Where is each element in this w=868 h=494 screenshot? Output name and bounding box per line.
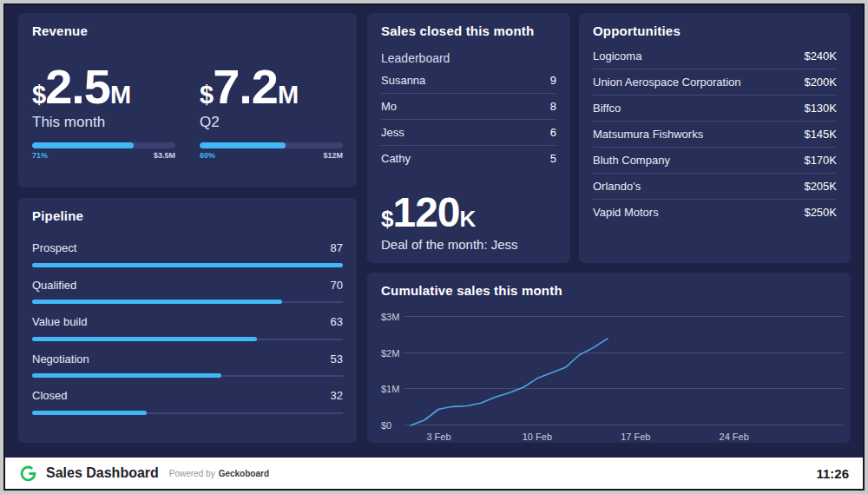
- leaderboard-score: 9: [550, 74, 556, 87]
- currency-symbol: $: [200, 81, 213, 109]
- metric-label: Q2: [200, 114, 343, 131]
- pipeline-bar-track: [32, 337, 343, 341]
- pipeline-bar: [32, 411, 147, 415]
- deal-unit: K: [460, 206, 476, 232]
- progress-labels: 71% $3.5M: [32, 152, 175, 160]
- panel-revenue: Revenue $2.5M This month 71% $3.5M $7.2M…: [18, 13, 357, 188]
- pipeline-stage-label: Qualified: [32, 279, 76, 293]
- pipeline-stage-value: 87: [331, 241, 343, 255]
- leaderboard-name: Cathy: [381, 152, 411, 165]
- leaderboard-score: 5: [550, 152, 556, 165]
- panel-opportunities: Opportunities Logicoma$240K Union Aerosp…: [579, 13, 851, 263]
- x-axis-label: 3 Feb: [426, 432, 450, 442]
- progress-bar: [32, 142, 175, 148]
- opportunity-row: Biffco$130K: [593, 96, 837, 122]
- goal-label: $3.5M: [154, 152, 175, 160]
- currency-symbol: $: [32, 81, 45, 109]
- pipeline-bar-track: [32, 411, 343, 415]
- opportunity-amount: $170K: [804, 154, 837, 167]
- opportunity-amount: $200K: [804, 76, 837, 89]
- metric-unit: M: [278, 81, 298, 109]
- cumulative-chart: $3M $2M $1M $0 3 Feb 10 Feb 17 Feb 24 Fe…: [404, 317, 844, 425]
- revenue-q2-number: $7.2M: [200, 63, 343, 111]
- leaderboard-rows: Susanna9 Mo8 Jess6 Cathy5: [381, 68, 556, 171]
- powered-by-label: Powered by: [169, 469, 215, 478]
- pipeline-bar-track: [32, 373, 343, 378]
- cumulative-line: [411, 339, 608, 425]
- percent-label: 71%: [32, 152, 48, 160]
- pipeline-bar: [32, 337, 257, 341]
- progress-fill: [32, 142, 134, 148]
- pipeline-stage-label: Negotiation: [32, 352, 89, 366]
- pipeline-rows: Prospect87 Qualified70 Value build63 Neg…: [32, 230, 343, 415]
- opportunity-row: Bluth Company$170K: [593, 148, 837, 174]
- deal-of-month-label: Deal of the month: Jess: [381, 237, 556, 252]
- pipeline-bar: [32, 300, 282, 304]
- x-axis-label: 10 Feb: [523, 432, 552, 442]
- geckoboard-brand-label: Geckoboard: [219, 469, 269, 478]
- opportunity-name: Orlando's: [593, 180, 641, 193]
- progress-labels: 60% $12M: [200, 152, 343, 160]
- pipeline-stage-label: Prospect: [32, 241, 76, 255]
- revenue-metric-this-month: $2.5M This month 71% $3.5M: [32, 63, 175, 160]
- pipeline-stage-value: 32: [331, 389, 343, 403]
- opportunity-name: Biffco: [593, 102, 621, 115]
- panel-sales-closed: Sales closed this month Leaderboard Susa…: [367, 13, 570, 263]
- revenue-metric-q2: $7.2M Q2 60% $12M: [200, 63, 343, 160]
- y-axis-label: $1M: [381, 385, 399, 394]
- pipeline-stage-label: Closed: [32, 389, 67, 403]
- goal-label: $12M: [323, 152, 343, 160]
- metric-value: 2.5: [45, 59, 110, 114]
- footer-bar: Sales Dashboard Powered by Geckoboard 11…: [5, 458, 863, 489]
- leaderboard-subtitle: Leaderboard: [381, 51, 556, 65]
- leaderboard-name: Jess: [381, 126, 404, 139]
- leaderboard-name: Mo: [381, 100, 397, 113]
- opportunity-name: Vapid Motors: [593, 206, 659, 219]
- panel-pipeline: Pipeline Prospect87 Qualified70 Value bu…: [18, 198, 357, 443]
- progress-bar: [200, 142, 343, 148]
- geckoboard-logo-icon: [19, 464, 37, 483]
- leaderboard-score: 6: [550, 126, 556, 139]
- opportunities-title: Opportunities: [593, 23, 837, 38]
- leaderboard-score: 8: [550, 100, 556, 113]
- y-axis-label: $3M: [381, 313, 399, 322]
- opportunity-row: Orlando's$205K: [593, 174, 837, 200]
- opportunity-name: Union Aerospace Corporation: [593, 76, 741, 89]
- pipeline-bar-track: [32, 300, 343, 304]
- revenue-this-month-number: $2.5M: [32, 63, 175, 111]
- opportunity-name: Matsumura Fishworks: [593, 128, 703, 141]
- opportunity-row: Union Aerospace Corporation$200K: [593, 69, 837, 96]
- sales-closed-title: Sales closed this month: [381, 23, 556, 38]
- pipeline-stage-value: 63: [331, 315, 343, 329]
- opportunity-amount: $130K: [804, 102, 837, 115]
- pipeline-stage-label: Value build: [32, 315, 87, 329]
- opportunity-amount: $240K: [804, 49, 837, 63]
- opportunity-row: Logicoma$240K: [593, 43, 837, 69]
- pipeline-stage-value: 53: [331, 352, 343, 366]
- leaderboard-row: Susanna9: [381, 68, 556, 94]
- pipeline-title: Pipeline: [32, 208, 343, 223]
- clock: 11:26: [816, 466, 849, 481]
- x-axis-label: 17 Feb: [621, 432, 650, 442]
- pipeline-row: Qualified70: [32, 267, 343, 305]
- dashboard-title: Sales Dashboard: [46, 465, 159, 481]
- leaderboard-row: Jess6: [381, 120, 556, 146]
- deal-of-month: $120K Deal of the month: Jess: [381, 192, 556, 252]
- opportunity-name: Logicoma: [593, 49, 641, 63]
- percent-label: 60%: [200, 152, 215, 160]
- x-axis-label: 24 Feb: [720, 432, 749, 442]
- cumulative-title: Cumulative sales this month: [381, 283, 844, 298]
- metric-value: 7.2: [213, 59, 278, 114]
- opportunity-row: Vapid Motors$250K: [593, 200, 837, 225]
- metric-unit: M: [110, 81, 130, 109]
- pipeline-row: Closed32: [32, 378, 343, 415]
- cumulative-line-svg: [404, 317, 844, 425]
- leaderboard-row: Mo8: [381, 94, 556, 120]
- dashboard-screen: Revenue $2.5M This month 71% $3.5M $7.2M…: [0, 0, 868, 494]
- deal-of-month-value: $120K: [381, 192, 556, 234]
- y-axis-label: $0: [381, 421, 391, 431]
- pipeline-bar: [32, 373, 221, 378]
- y-axis-label: $2M: [381, 348, 399, 358]
- pipeline-row: Prospect87: [32, 230, 343, 267]
- deal-value: 120: [392, 189, 459, 235]
